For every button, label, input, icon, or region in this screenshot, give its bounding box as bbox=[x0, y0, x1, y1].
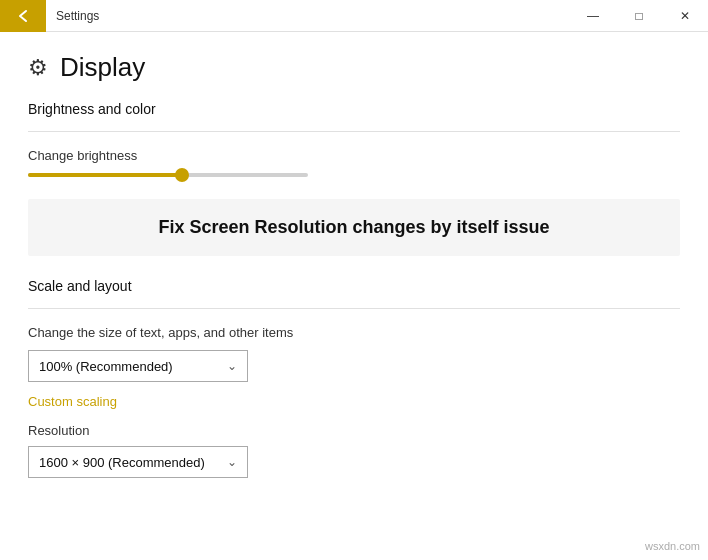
fix-banner: Fix Screen Resolution changes by itself … bbox=[28, 199, 680, 256]
window-controls: — □ ✕ bbox=[570, 0, 708, 32]
scale-divider bbox=[28, 308, 680, 309]
gear-icon: ⚙ bbox=[28, 55, 48, 81]
maximize-button[interactable]: □ bbox=[616, 0, 662, 32]
size-dropdown-wrapper: 100% (Recommended) ⌄ bbox=[28, 350, 680, 382]
section-divider bbox=[28, 131, 680, 132]
resolution-dropdown-wrapper: 1600 × 900 (Recommended) ⌄ bbox=[28, 446, 680, 478]
resolution-dropdown[interactable]: 1600 × 900 (Recommended) ⌄ bbox=[28, 446, 248, 478]
close-button[interactable]: ✕ bbox=[662, 0, 708, 32]
window-title: Settings bbox=[46, 9, 570, 23]
scale-section-title: Scale and layout bbox=[28, 278, 680, 294]
size-dropdown-chevron-icon: ⌄ bbox=[227, 359, 237, 373]
brightness-section-title: Brightness and color bbox=[28, 101, 680, 117]
brightness-label: Change brightness bbox=[28, 148, 680, 163]
page-header: ⚙ Display bbox=[28, 52, 680, 83]
watermark: wsxdn.com bbox=[645, 540, 700, 552]
size-dropdown[interactable]: 100% (Recommended) ⌄ bbox=[28, 350, 248, 382]
back-button[interactable] bbox=[0, 0, 46, 32]
size-dropdown-value: 100% (Recommended) bbox=[39, 359, 173, 374]
resolution-dropdown-chevron-icon: ⌄ bbox=[227, 455, 237, 469]
brightness-slider-track[interactable] bbox=[28, 173, 308, 177]
title-bar: Settings — □ ✕ bbox=[0, 0, 708, 32]
fix-banner-text: Fix Screen Resolution changes by itself … bbox=[48, 217, 660, 238]
brightness-slider-thumb[interactable] bbox=[175, 168, 189, 182]
page-title: Display bbox=[60, 52, 145, 83]
resolution-label: Resolution bbox=[28, 423, 680, 438]
resolution-dropdown-value: 1600 × 900 (Recommended) bbox=[39, 455, 205, 470]
minimize-button[interactable]: — bbox=[570, 0, 616, 32]
brightness-slider-fill bbox=[28, 173, 182, 177]
custom-scaling-link[interactable]: Custom scaling bbox=[28, 394, 117, 409]
size-label: Change the size of text, apps, and other… bbox=[28, 325, 680, 340]
brightness-slider-container: Change brightness bbox=[28, 148, 680, 177]
main-content: ⚙ Display Brightness and color Change br… bbox=[0, 32, 708, 516]
scale-section: Scale and layout Change the size of text… bbox=[28, 278, 680, 478]
